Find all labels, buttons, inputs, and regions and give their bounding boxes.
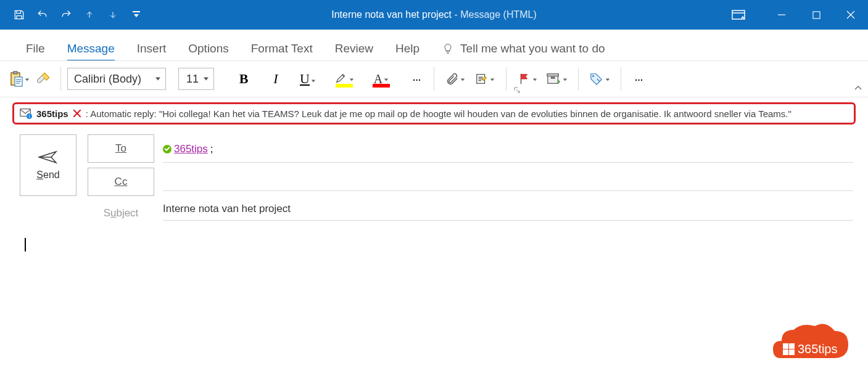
group-separator bbox=[60, 67, 61, 91]
recipient-trailer: ; bbox=[210, 143, 213, 155]
chevron-down-icon bbox=[563, 74, 568, 84]
bold-button[interactable]: B bbox=[233, 68, 255, 90]
dialog-launcher-icon[interactable] bbox=[513, 86, 523, 96]
svg-marker-24 bbox=[563, 78, 567, 81]
font-size-value: 11 bbox=[186, 73, 199, 86]
signature-button[interactable] bbox=[470, 68, 500, 90]
tab-message[interactable]: Message bbox=[56, 42, 126, 60]
cc-input[interactable] bbox=[163, 171, 853, 184]
underline-letter: U bbox=[300, 71, 310, 87]
chevron-down-icon bbox=[25, 74, 30, 84]
send-button[interactable]: Send bbox=[20, 134, 76, 196]
tell-me-search[interactable]: Tell me what you want to do bbox=[431, 42, 616, 60]
mailtip-bar: i 365tips : Automatic reply: "Hoi colleg… bbox=[12, 102, 856, 125]
undo-icon[interactable] bbox=[33, 6, 52, 24]
tab-help[interactable]: Help bbox=[384, 42, 431, 60]
tab-insert[interactable]: Insert bbox=[126, 42, 178, 60]
collapse-ribbon-icon[interactable] bbox=[852, 82, 864, 94]
previous-item-icon[interactable] bbox=[80, 6, 99, 24]
presence-available-icon bbox=[163, 145, 172, 153]
svg-rect-35 bbox=[783, 349, 788, 355]
svg-rect-21 bbox=[548, 76, 558, 84]
subject-field[interactable] bbox=[163, 196, 853, 221]
group-separator bbox=[578, 67, 579, 91]
highlight-color-button[interactable] bbox=[329, 68, 360, 90]
signature-icon bbox=[475, 72, 489, 86]
svg-marker-1 bbox=[134, 14, 139, 17]
save-icon[interactable] bbox=[10, 6, 28, 24]
tab-review[interactable]: Review bbox=[324, 42, 384, 60]
tab-format-text[interactable]: Format Text bbox=[240, 42, 324, 60]
title-message-type: Message (HTML) bbox=[460, 9, 537, 20]
close-icon[interactable] bbox=[72, 108, 82, 118]
chevron-down-icon bbox=[532, 74, 537, 84]
chevron-down-icon bbox=[311, 71, 316, 87]
ribbon-tabs: File Message Insert Options Format Text … bbox=[0, 30, 868, 60]
more-formatting-button[interactable]: ··· bbox=[405, 68, 428, 90]
svg-marker-26 bbox=[606, 78, 610, 81]
chevron-down-icon bbox=[460, 74, 465, 84]
chevron-down-icon bbox=[349, 74, 354, 84]
highlight-swatch bbox=[336, 84, 353, 88]
archive-box-icon bbox=[547, 72, 561, 86]
mailtip-icon: i bbox=[19, 107, 33, 120]
tell-me-placeholder: Tell me what you want to do bbox=[460, 42, 605, 55]
address-fields: 365tips; bbox=[163, 134, 853, 226]
redo-icon[interactable] bbox=[57, 6, 75, 24]
svg-rect-4 bbox=[812, 11, 819, 18]
svg-marker-20 bbox=[533, 78, 537, 81]
cc-field[interactable] bbox=[163, 163, 853, 191]
send-label: Send bbox=[36, 170, 59, 181]
subject-input[interactable] bbox=[163, 203, 853, 215]
font-color-swatch bbox=[373, 84, 390, 88]
svg-rect-33 bbox=[783, 343, 788, 349]
to-button[interactable]: To bbox=[88, 134, 154, 163]
window-controls bbox=[725, 0, 868, 30]
ribbon-display-options-icon[interactable] bbox=[725, 6, 752, 23]
more-commands-button[interactable]: ··· bbox=[627, 68, 650, 90]
customize-qat-icon[interactable] bbox=[127, 6, 146, 24]
paste-button[interactable] bbox=[6, 68, 32, 90]
paperclip-icon bbox=[445, 71, 459, 86]
sensitivity-button[interactable] bbox=[585, 68, 614, 90]
recipient-name[interactable]: 365tips bbox=[174, 143, 208, 155]
message-body[interactable] bbox=[0, 226, 868, 264]
font-color-button[interactable]: A bbox=[366, 68, 397, 90]
tab-file[interactable]: File bbox=[15, 42, 56, 60]
send-icon bbox=[38, 150, 59, 165]
to-field[interactable]: 365tips; bbox=[163, 134, 853, 163]
tab-options[interactable]: Options bbox=[177, 42, 239, 60]
svg-rect-0 bbox=[133, 11, 140, 12]
text-cursor bbox=[25, 238, 26, 251]
assign-policy-button[interactable] bbox=[542, 68, 572, 90]
chevron-down-icon bbox=[384, 74, 389, 84]
paintbrush-icon bbox=[35, 71, 51, 87]
clipboard-icon bbox=[9, 70, 23, 88]
watermark-text: 365tips bbox=[798, 342, 838, 356]
svg-marker-13 bbox=[25, 78, 29, 81]
cc-button[interactable]: Cc bbox=[88, 168, 154, 196]
format-painter-button[interactable] bbox=[32, 68, 54, 90]
svg-marker-17 bbox=[461, 78, 465, 81]
title-doc-name: Interne nota van het project bbox=[331, 9, 452, 20]
recipient-chip[interactable]: 365tips; bbox=[163, 143, 213, 155]
italic-button[interactable]: I bbox=[265, 68, 287, 90]
font-size-select[interactable]: 11 bbox=[178, 68, 214, 90]
svg-rect-8 bbox=[14, 71, 17, 74]
maximize-button[interactable] bbox=[799, 0, 833, 30]
minimize-button[interactable] bbox=[764, 0, 799, 30]
chevron-down-icon bbox=[605, 74, 610, 84]
svg-rect-34 bbox=[789, 343, 795, 349]
font-name-select[interactable]: Calibri (Body) bbox=[67, 68, 166, 90]
close-button[interactable] bbox=[833, 0, 868, 30]
group-separator bbox=[434, 67, 434, 91]
attach-file-button[interactable] bbox=[440, 68, 470, 90]
svg-marker-14 bbox=[312, 80, 315, 82]
next-item-icon[interactable] bbox=[104, 6, 122, 24]
lightbulb-icon bbox=[442, 43, 454, 55]
underline-button[interactable]: U bbox=[297, 68, 319, 90]
mailtip-text: : Automatic reply: "Hoi collega! Kan het… bbox=[86, 108, 792, 119]
group-separator bbox=[506, 67, 506, 91]
flag-icon bbox=[518, 72, 531, 86]
svg-rect-2 bbox=[732, 10, 745, 19]
